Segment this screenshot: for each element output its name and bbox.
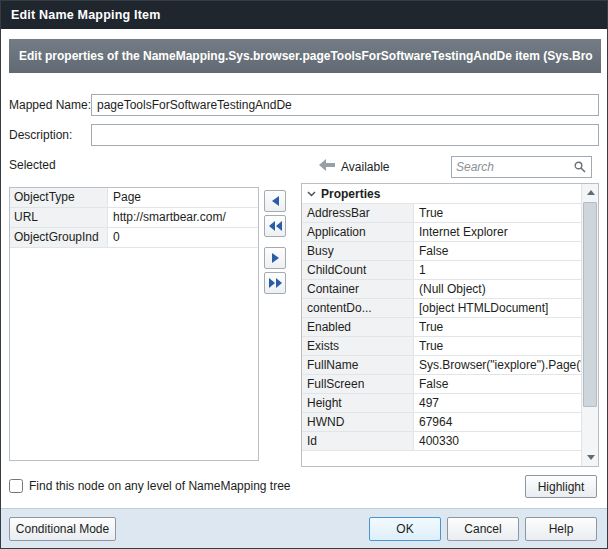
property-name[interactable]: Application: [302, 223, 414, 241]
cancel-button[interactable]: Cancel: [447, 517, 519, 541]
header-band: Edit properties of the NameMapping.Sys.b…: [9, 39, 601, 73]
find-node-checkbox-label[interactable]: Find this node on any level of NameMappi…: [29, 479, 291, 493]
property-value[interactable]: [object HTMLDocument]: [414, 299, 581, 317]
property-row[interactable]: Enabled True: [302, 318, 581, 337]
property-name[interactable]: Busy: [302, 242, 414, 260]
property-row[interactable]: Application Internet Explorer: [302, 223, 581, 242]
move-all-left-button[interactable]: [264, 215, 286, 237]
description-label: Description:: [9, 124, 72, 146]
help-button[interactable]: Help: [525, 517, 597, 541]
conditional-mode-button[interactable]: Conditional Mode: [9, 517, 116, 541]
property-value[interactable]: 1: [414, 261, 581, 279]
mapped-name-label: Mapped Name:: [9, 94, 91, 116]
property-name[interactable]: Exists: [302, 337, 414, 355]
property-value[interactable]: Internet Explorer: [414, 223, 581, 241]
property-value[interactable]: False: [414, 242, 581, 260]
property-row[interactable]: FullScreen False: [302, 375, 581, 394]
selected-row-value[interactable]: http://smartbear.com/: [108, 208, 258, 227]
property-value[interactable]: 67964: [414, 413, 581, 431]
property-row[interactable]: ChildCount 1: [302, 261, 581, 280]
move-all-right-button[interactable]: [264, 272, 286, 294]
property-row[interactable]: Exists True: [302, 337, 581, 356]
properties-group-label: Properties: [321, 187, 380, 201]
find-node-checkbox[interactable]: [9, 479, 23, 493]
move-left-button[interactable]: [264, 190, 286, 212]
available-panel-label: Available: [341, 156, 389, 178]
title-bar[interactable]: Edit Name Mapping Item: [1, 1, 607, 29]
property-name[interactable]: contentDo...: [302, 299, 414, 317]
property-value[interactable]: True: [414, 337, 581, 355]
property-name[interactable]: HWND: [302, 413, 414, 431]
search-input[interactable]: [452, 157, 574, 177]
property-name[interactable]: AddressBar: [302, 204, 414, 222]
selected-row-name[interactable]: URL: [10, 208, 108, 227]
property-name[interactable]: FullName: [302, 356, 414, 374]
scroll-down-icon[interactable]: [582, 449, 599, 466]
scrollbar-thumb[interactable]: [583, 202, 597, 407]
vertical-scrollbar[interactable]: [581, 184, 598, 466]
property-row[interactable]: Id 400330: [302, 432, 581, 451]
chevron-down-icon[interactable]: [307, 191, 316, 197]
selected-grid: ObjectType Page URL http://smartbear.com…: [9, 187, 259, 461]
edit-name-mapping-dialog: Edit Name Mapping Item Edit properties o…: [0, 0, 608, 549]
highlight-button[interactable]: Highlight: [525, 475, 597, 498]
property-row[interactable]: contentDo... [object HTMLDocument]: [302, 299, 581, 318]
property-value[interactable]: 400330: [414, 432, 581, 450]
search-icon[interactable]: [574, 161, 586, 173]
property-row[interactable]: AddressBar True: [302, 204, 581, 223]
selected-row[interactable]: URL http://smartbear.com/: [10, 208, 258, 228]
selected-row[interactable]: ObjectGroupInd 0: [10, 228, 258, 248]
properties-group-header[interactable]: Properties: [302, 184, 581, 204]
move-left-arrow-icon: [319, 159, 335, 171]
ok-button[interactable]: OK: [369, 517, 441, 541]
scroll-up-icon[interactable]: [582, 184, 599, 201]
property-row[interactable]: Height 497: [302, 394, 581, 413]
property-value[interactable]: False: [414, 375, 581, 393]
property-row[interactable]: Container (Null Object): [302, 280, 581, 299]
window-title: Edit Name Mapping Item: [11, 1, 161, 29]
property-name[interactable]: Container: [302, 280, 414, 298]
property-name[interactable]: ChildCount: [302, 261, 414, 279]
selected-row-name[interactable]: ObjectType: [10, 188, 108, 207]
selected-row-value[interactable]: Page: [108, 188, 258, 207]
property-row[interactable]: HWND 67964: [302, 413, 581, 432]
header-text: Edit properties of the NameMapping.Sys.b…: [9, 39, 601, 73]
property-row[interactable]: Busy False: [302, 242, 581, 261]
available-grid: Properties AddressBar True Application I…: [301, 183, 599, 467]
selected-row-name[interactable]: ObjectGroupInd: [10, 228, 108, 247]
selected-panel-label: Selected: [9, 154, 56, 176]
property-name[interactable]: Enabled: [302, 318, 414, 336]
property-value[interactable]: True: [414, 318, 581, 336]
property-row[interactable]: FullName Sys.Browser("iexplore").Page("h…: [302, 356, 581, 375]
property-value[interactable]: 497: [414, 394, 581, 412]
property-name[interactable]: FullScreen: [302, 375, 414, 393]
property-value[interactable]: Sys.Browser("iexplore").Page("http://: [414, 356, 581, 374]
mapped-name-input[interactable]: [91, 94, 599, 116]
move-right-button[interactable]: [264, 247, 286, 269]
property-name[interactable]: Height: [302, 394, 414, 412]
search-box: [451, 156, 592, 178]
description-input[interactable]: [91, 124, 599, 146]
property-name[interactable]: Id: [302, 432, 414, 450]
selected-row-value[interactable]: 0: [108, 228, 258, 247]
property-value[interactable]: True: [414, 204, 581, 222]
selected-row[interactable]: ObjectType Page: [10, 188, 258, 208]
property-value[interactable]: (Null Object): [414, 280, 581, 298]
